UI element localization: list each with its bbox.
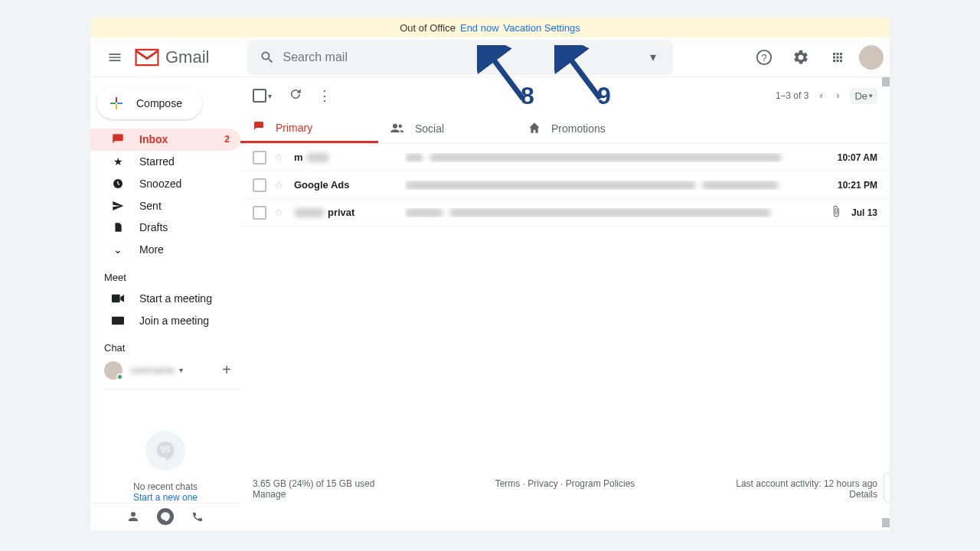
sidebar-item-starred[interactable]: ★ Starred (90, 151, 240, 173)
search-bar[interactable]: ▾ (247, 40, 673, 75)
scroll-down-indicator (882, 518, 890, 527)
compose-button[interactable]: Compose (96, 86, 202, 119)
scroll-up-indicator (882, 77, 890, 86)
message-checkbox[interactable] (253, 206, 266, 220)
primary-tab-icon (253, 120, 265, 135)
more-actions-button[interactable]: ⋮ (318, 87, 332, 104)
inbox-label: Inbox (139, 133, 168, 145)
chat-status-caret[interactable]: ▾ (179, 366, 183, 374)
hangouts-empty: 99 No recent chats Start a new one (90, 431, 240, 503)
svg-rect-2 (112, 295, 120, 303)
sidebar-item-sent[interactable]: Sent (90, 194, 240, 217)
start-meeting-button[interactable]: Start a meeting (90, 288, 240, 310)
chat-avatar (104, 361, 122, 380)
chat-divider (104, 389, 240, 390)
support-button[interactable]: ? (749, 42, 779, 73)
new-chat-button[interactable]: + (222, 361, 231, 379)
social-tab-icon (390, 122, 404, 135)
banner-end-now-link[interactable]: End now (460, 22, 499, 34)
sidebar-item-snoozed[interactable]: Snoozed (90, 173, 240, 195)
next-page-button[interactable]: › (833, 87, 842, 104)
banner-vacation-settings-link[interactable]: Vacation Settings (504, 22, 580, 34)
sidebar: Compose Inbox 2 ★ Starred Snoozed Sent (90, 77, 240, 530)
storage-text: 3.65 GB (24%) of 15 GB used (253, 478, 461, 489)
message-date: Jul 13 (851, 207, 877, 218)
message-row[interactable]: ☆ Google Ads 10:21 PM (240, 171, 890, 199)
privacy-link[interactable]: Privacy (528, 478, 557, 489)
apps-button[interactable] (822, 42, 853, 73)
message-sender: Google Ads (294, 179, 405, 191)
join-meeting-label: Join a meeting (139, 315, 209, 327)
hamburger-icon (107, 50, 122, 65)
refresh-icon (289, 87, 302, 101)
star-toggle[interactable]: ☆ (274, 207, 283, 218)
drafts-label: Drafts (139, 221, 168, 233)
main-menu-button[interactable] (96, 39, 133, 76)
message-checkbox[interactable] (253, 151, 266, 165)
starred-label: Starred (139, 155, 175, 168)
inbox-count-badge: 2 (224, 134, 230, 145)
select-all-dropdown[interactable]: ▾ (268, 92, 272, 100)
keyboard-icon (110, 316, 126, 325)
message-row[interactable]: ☆ m 10:07 AM (240, 144, 890, 171)
sidebar-item-drafts[interactable]: Drafts (90, 217, 240, 239)
message-checkbox[interactable] (253, 178, 266, 192)
start-meeting-label: Start a meeting (139, 292, 212, 305)
settings-button[interactable] (786, 42, 816, 73)
sidebar-item-inbox[interactable]: Inbox 2 (90, 129, 240, 151)
search-icon[interactable] (252, 50, 283, 65)
hangouts-tab[interactable] (157, 508, 174, 525)
tab-social-label: Social (415, 122, 444, 135)
video-icon (110, 294, 126, 303)
document-icon (110, 221, 126, 233)
input-tools-button[interactable]: De▾ (850, 88, 877, 104)
svg-rect-3 (112, 316, 124, 324)
sidebar-item-more[interactable]: ⌄ More (90, 239, 240, 261)
apps-grid-icon (831, 51, 844, 64)
tab-promotions[interactable]: Promotions (516, 114, 654, 143)
attachment-icon (830, 205, 842, 220)
svg-point-5 (393, 123, 397, 128)
select-all-checkbox[interactable] (253, 89, 266, 103)
tab-promotions-label: Promotions (551, 122, 606, 135)
compose-plus-icon (107, 94, 126, 112)
message-row[interactable]: ☆ privat Jul 13 (240, 199, 890, 227)
header: Gmail ▾ ? (90, 37, 890, 77)
phone-tab[interactable] (189, 508, 206, 525)
compose-label: Compose (136, 97, 182, 109)
star-toggle[interactable]: ☆ (274, 179, 283, 191)
contacts-tab[interactable] (125, 508, 142, 525)
search-options-button[interactable]: ▾ (638, 50, 668, 64)
banner-status: Out of Office (400, 22, 456, 34)
star-toggle[interactable]: ☆ (274, 152, 283, 163)
tab-social[interactable]: Social (378, 114, 516, 143)
more-label: More (139, 243, 164, 256)
gmail-logo-icon (133, 47, 161, 67)
gmail-logo-text: Gmail (165, 47, 209, 67)
chat-username: username (130, 364, 175, 376)
message-preview (405, 181, 838, 190)
footer: 3.65 GB (24%) of 15 GB used Manage Terms… (240, 469, 890, 530)
join-meeting-button[interactable]: Join a meeting (90, 309, 240, 331)
policies-link[interactable]: Program Policies (566, 478, 635, 489)
sent-label: Sent (139, 200, 162, 212)
clock-icon (110, 178, 126, 190)
terms-link[interactable]: Terms (495, 478, 521, 489)
search-input[interactable] (283, 51, 638, 64)
manage-storage-link[interactable]: Manage (253, 489, 286, 500)
refresh-button[interactable] (289, 87, 302, 104)
chat-user-row[interactable]: username ▾ + (90, 358, 240, 383)
tab-primary[interactable]: Primary (240, 114, 378, 143)
start-new-chat-link[interactable]: Start a new one (133, 492, 198, 503)
tab-primary-label: Primary (276, 122, 312, 134)
activity-text: Last account activity: 12 hours ago (669, 478, 877, 489)
account-avatar[interactable] (859, 45, 884, 70)
message-date: 10:21 PM (838, 180, 877, 191)
message-count: 1–3 of 3 (776, 90, 808, 101)
prev-page-button[interactable]: ‹ (816, 87, 825, 104)
chat-section-title: Chat (90, 331, 240, 358)
side-panel-toggle[interactable]: ‹ (884, 472, 890, 503)
details-link[interactable]: Details (849, 489, 877, 500)
main-panel: ▾ ⋮ 1–3 of 3 ‹ › De▾ Primary (240, 77, 890, 530)
gmail-logo[interactable]: Gmail (133, 47, 209, 67)
